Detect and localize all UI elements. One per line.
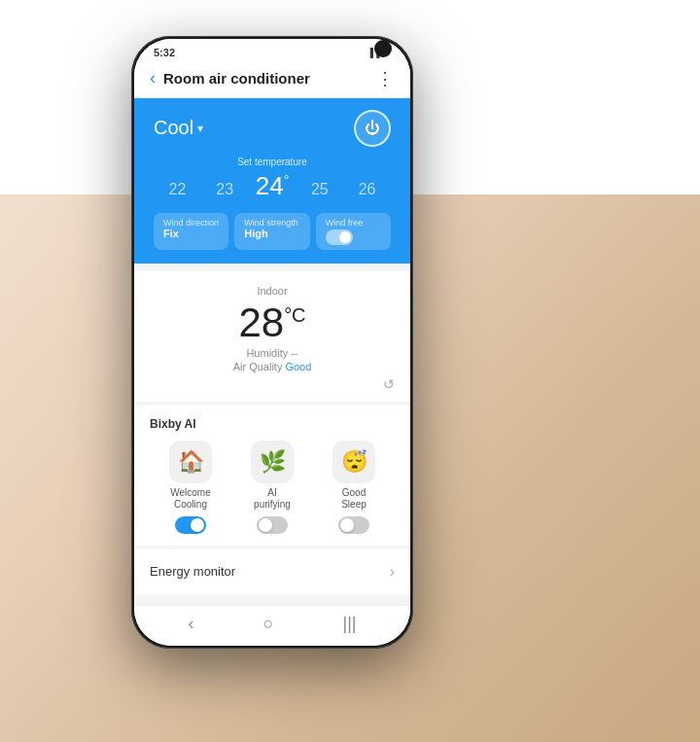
nav-recent-button[interactable]: ||| <box>342 614 356 634</box>
refresh-icon: ↺ <box>383 376 395 392</box>
bixby-item-sleep[interactable]: 😴 GoodSleep <box>332 441 375 534</box>
bixby-item-cooling[interactable]: 🏠 WelcomeCooling <box>169 441 212 534</box>
mode-label: Cool <box>154 117 193 139</box>
ai-purifying-label: AIpurifying <box>254 487 291 511</box>
power-icon: ⏻ <box>365 120 380 137</box>
air-quality-value: Good <box>285 361 311 372</box>
wind-controls: Wind direction Fix Wind strength High Wi… <box>154 213 391 250</box>
status-time: 5:32 <box>154 47 175 58</box>
welcome-cooling-icon: 🏠 <box>169 441 212 483</box>
page-header: ‹ Room air conditioner ⋮ <box>134 62 410 98</box>
temp-23[interactable]: 23 <box>201 181 249 198</box>
set-temp-label: Set temperature <box>154 157 391 167</box>
bixby-item-purifying[interactable]: 🌿 AIpurifying <box>251 441 294 534</box>
degree-symbol: ° <box>284 172 290 188</box>
energy-monitor-arrow: › <box>390 563 395 581</box>
welcome-cooling-toggle[interactable] <box>175 516 206 534</box>
ai-purifying-icon: 🌿 <box>251 441 294 483</box>
hero-top: Cool ▾ ⏻ <box>154 110 391 147</box>
indoor-card: Indoor 28°C Humidity -- Air Quality Good… <box>134 271 410 402</box>
indoor-temp-unit: °C <box>284 304 305 326</box>
phone-screen: 5:32 ▌▌ ● ‹ Room air conditioner ⋮ Cool … <box>134 39 410 646</box>
indoor-temperature: 28°C <box>150 302 395 343</box>
good-sleep-icon: 😴 <box>332 441 375 483</box>
indoor-temp-value: 28 <box>238 300 284 345</box>
main-content: Indoor 28°C Humidity -- Air Quality Good… <box>134 264 410 605</box>
air-quality-label: Air Quality <box>233 361 286 372</box>
wind-strength-value: High <box>244 228 299 239</box>
wind-free-label: Wind free <box>326 218 364 228</box>
wind-free[interactable]: Wind free <box>316 213 391 250</box>
welcome-cooling-label: WelcomeCooling <box>170 487 211 511</box>
good-sleep-toggle[interactable] <box>338 516 369 534</box>
nav-back-button[interactable]: ‹ <box>189 614 194 634</box>
energy-monitor-title: Energy monitor <box>150 564 235 579</box>
indoor-air-quality: Air Quality Good <box>150 361 395 372</box>
wind-strength-label: Wind strength <box>244 218 299 228</box>
navigation-bar: ‹ ○ ||| <box>134 605 410 646</box>
power-button[interactable]: ⏻ <box>354 110 391 147</box>
phone-device: 5:32 ▌▌ ● ‹ Room air conditioner ⋮ Cool … <box>131 36 413 649</box>
temperature-row: 22 23 24° 25 26 <box>154 171 391 201</box>
refresh-button[interactable]: ↺ <box>150 376 395 392</box>
bixby-card: Bixby AI 🏠 WelcomeCooling 🌿 AIpurifying … <box>134 406 410 546</box>
nav-home-button[interactable]: ○ <box>263 614 274 634</box>
wind-strength[interactable]: Wind strength High <box>234 213 309 250</box>
wind-free-toggle[interactable] <box>326 230 353 245</box>
temp-22[interactable]: 22 <box>154 181 201 198</box>
mode-selector[interactable]: Cool ▾ <box>154 117 203 139</box>
temp-25[interactable]: 25 <box>296 181 343 198</box>
status-bar: 5:32 ▌▌ ● <box>134 39 410 62</box>
camera-notch <box>374 40 392 57</box>
hero-section: Cool ▾ ⏻ Set temperature 22 23 24° 25 26… <box>134 98 410 264</box>
mode-arrow: ▾ <box>197 122 203 135</box>
wind-direction[interactable]: Wind direction Fix <box>154 213 228 250</box>
indoor-title: Indoor <box>150 285 395 297</box>
indoor-humidity: Humidity -- <box>150 347 395 359</box>
energy-monitor-card[interactable]: Energy monitor › <box>134 549 410 594</box>
temp-24-active[interactable]: 24° <box>249 171 297 201</box>
ai-purifying-toggle[interactable] <box>257 516 288 534</box>
bixby-items: 🏠 WelcomeCooling 🌿 AIpurifying 😴 GoodSle… <box>150 441 395 534</box>
temp-26[interactable]: 26 <box>343 181 391 198</box>
page-title: Room air conditioner <box>163 70 368 87</box>
back-button[interactable]: ‹ <box>150 68 156 88</box>
bixby-title: Bixby AI <box>150 417 395 431</box>
wind-direction-value: Fix <box>163 228 219 239</box>
wind-direction-label: Wind direction <box>163 218 219 228</box>
good-sleep-label: GoodSleep <box>341 487 367 511</box>
more-button[interactable]: ⋮ <box>376 68 395 89</box>
